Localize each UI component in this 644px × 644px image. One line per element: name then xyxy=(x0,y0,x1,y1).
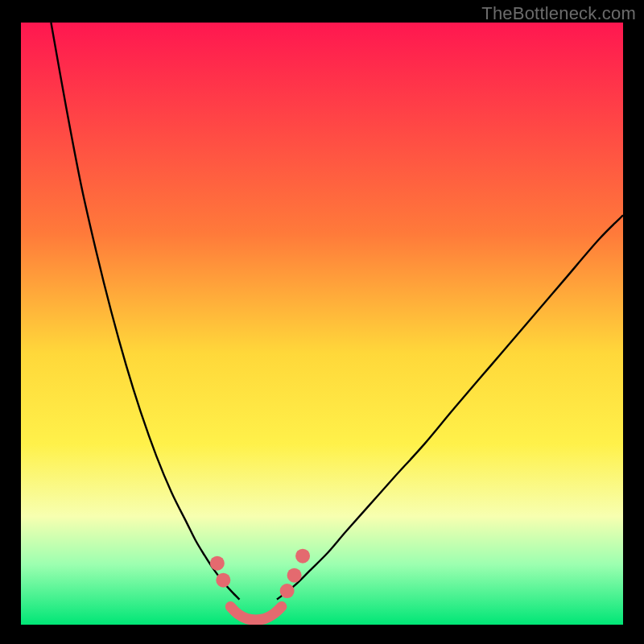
chart-canvas xyxy=(0,0,644,644)
datapoint-marker xyxy=(216,573,230,588)
datapoint-marker xyxy=(287,568,302,583)
datapoint-marker xyxy=(280,584,295,598)
datapoint-marker xyxy=(295,549,310,564)
watermark-text: TheBottleneck.com xyxy=(481,3,636,24)
datapoint-marker xyxy=(210,556,225,571)
bottleneck-chart: TheBottleneck.com xyxy=(0,0,644,644)
chart-background-gradient xyxy=(21,23,623,625)
